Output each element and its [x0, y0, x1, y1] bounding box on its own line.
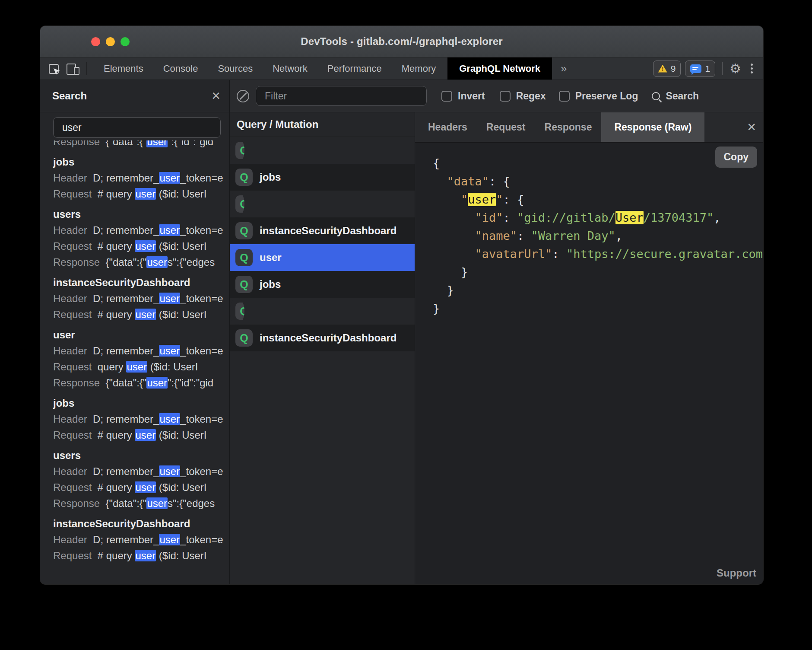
- search-result-row[interactable]: Header D; remember_user_token=e: [53, 463, 229, 479]
- query-list-item[interactable]: Quser: [230, 137, 244, 164]
- screen: DevTools - gitlab.com/-/graphql-explorer…: [0, 0, 812, 650]
- tab-graphql-network[interactable]: GraphQL Network: [447, 57, 552, 80]
- search-result-row[interactable]: Request # query user ($id: UserI: [53, 548, 229, 564]
- tab-headers[interactable]: Headers: [419, 112, 477, 142]
- query-list-item[interactable]: Qusers: [230, 191, 244, 217]
- tab-elements[interactable]: Elements: [94, 57, 153, 80]
- search-result-group-title[interactable]: instanceSecurityDashboard: [53, 516, 229, 532]
- search-result-row[interactable]: Header D; remember_user_token=e: [53, 532, 229, 548]
- query-list-item[interactable]: Qusers: [230, 298, 244, 325]
- query-list-header: Query / Mutation: [230, 112, 415, 137]
- invert-label: Invert: [458, 90, 485, 102]
- search-panel-header: Search ✕: [40, 80, 229, 112]
- search-result-row[interactable]: Header D; remember_user_token=e: [53, 411, 229, 427]
- search-result-row[interactable]: Header D; remember_user_token=e: [53, 170, 229, 186]
- tab-network[interactable]: Network: [263, 57, 317, 80]
- main-area: Search ✕ Response {"data":{"user":{"id":…: [40, 80, 763, 584]
- search-label: Search: [666, 90, 699, 102]
- query-list-item-label: jobs: [260, 171, 281, 183]
- preserve-log-label: Preserve Log: [575, 90, 638, 102]
- tab-performance[interactable]: Performance: [317, 57, 392, 80]
- search-panel-title: Search: [52, 90, 87, 102]
- tab-response-raw[interactable]: Response (Raw): [601, 112, 704, 142]
- tab-request[interactable]: Request: [477, 112, 535, 142]
- search-result-row[interactable]: Response {"data":{"user":{"id":"gid: [53, 375, 229, 391]
- query-type-badge: Q: [235, 142, 244, 159]
- search-result-row[interactable]: Response {"data":{"users":{"edges: [53, 254, 229, 270]
- issues-badge[interactable]: 1: [685, 61, 715, 77]
- regex-option: Regex: [500, 90, 546, 102]
- query-type-badge: Q: [235, 195, 244, 213]
- search-result-row[interactable]: Response {"data":{"user":{"id":"gid: [53, 140, 229, 150]
- query-list-item[interactable]: QinstanceSecurityDashboard: [230, 217, 415, 244]
- minimize-window-button[interactable]: [106, 37, 115, 46]
- query-list: QuserQjobsQusersQinstanceSecurityDashboa…: [230, 137, 415, 351]
- message-icon: [690, 64, 701, 73]
- detail-tabs: HeadersRequestResponse Response (Raw) ✕: [415, 112, 763, 143]
- devtools-window: DevTools - gitlab.com/-/graphql-explorer…: [40, 26, 763, 584]
- search-input[interactable]: [53, 117, 221, 138]
- search-result-row[interactable]: Request # query user ($id: UserI: [53, 427, 229, 443]
- query-type-badge: Q: [235, 329, 253, 347]
- search-result-group-title[interactable]: user: [53, 327, 229, 343]
- warning-icon: !: [658, 65, 667, 73]
- kebab-menu-icon[interactable]: [751, 64, 753, 73]
- search-result-row[interactable]: Header D; remember_user_token=e: [53, 343, 229, 359]
- panels-below-toolbar: Query / Mutation QuserQjobsQusersQinstan…: [230, 112, 763, 584]
- tab-console[interactable]: Console: [153, 57, 208, 80]
- issue-count: 1: [705, 64, 710, 74]
- search-result-group-title[interactable]: jobs: [53, 395, 229, 411]
- search-result-group-title[interactable]: users: [53, 447, 229, 463]
- more-tabs-icon[interactable]: »: [552, 62, 575, 75]
- devtools-tab-bar: ElementsConsoleSourcesNetworkPerformance…: [40, 57, 763, 80]
- search-result-row[interactable]: Request # query user ($id: UserI: [53, 186, 229, 202]
- inspect-element-icon[interactable]: [49, 63, 60, 74]
- filter-input[interactable]: [256, 86, 427, 106]
- status-badges: ! 9 1: [653, 61, 715, 77]
- close-detail-icon[interactable]: ✕: [747, 121, 756, 133]
- close-search-icon[interactable]: ✕: [211, 90, 221, 102]
- search-result-row[interactable]: Request query user ($id: UserI: [53, 359, 229, 375]
- query-list-item[interactable]: QinstanceSecurityDashboard: [230, 325, 415, 351]
- clear-log-icon[interactable]: [237, 90, 249, 102]
- search-result-row[interactable]: Header D; remember_user_token=e: [53, 222, 229, 238]
- zoom-window-button[interactable]: [121, 37, 130, 46]
- regex-label: Regex: [516, 90, 546, 102]
- panel-tabs: ElementsConsoleSourcesNetworkPerformance…: [94, 57, 446, 80]
- regex-checkbox[interactable]: [500, 91, 511, 102]
- search-panel: Search ✕ Response {"data":{"user":{"id":…: [40, 80, 230, 584]
- search-result-row[interactable]: Request # query user ($id: UserI: [53, 479, 229, 495]
- query-list-item[interactable]: Qjobs: [230, 271, 415, 298]
- search-result-row[interactable]: Header D; remember_user_token=e: [53, 290, 229, 306]
- query-list-item[interactable]: Quser: [230, 244, 415, 271]
- close-window-button[interactable]: [91, 37, 100, 46]
- search-icon[interactable]: [652, 92, 660, 100]
- preserve-log-checkbox[interactable]: [559, 91, 570, 102]
- search-result-row[interactable]: Response {"data":{"users":{"edges: [53, 495, 229, 511]
- support-link[interactable]: Support: [717, 567, 756, 579]
- warning-count: 9: [671, 64, 676, 74]
- invert-checkbox[interactable]: [441, 91, 452, 102]
- search-result-group-title[interactable]: users: [53, 206, 229, 222]
- query-type-badge: Q: [235, 249, 253, 266]
- search-result-row[interactable]: Request # query user ($id: UserI: [53, 238, 229, 254]
- badge-divider: [722, 62, 723, 75]
- tab-sources[interactable]: Sources: [208, 57, 263, 80]
- query-list-item-label: user: [260, 252, 282, 264]
- query-type-badge: Q: [235, 169, 253, 186]
- json-body: { "data": { "user": { "id": "gid://gitla…: [433, 154, 763, 584]
- query-list-item[interactable]: Qjobs: [230, 164, 415, 191]
- search-results: Response {"data":{"user":{"id":"gidjobsH…: [40, 140, 229, 584]
- tab-response[interactable]: Response: [535, 112, 602, 142]
- tab-memory[interactable]: Memory: [392, 57, 446, 80]
- warnings-badge[interactable]: ! 9: [653, 61, 681, 77]
- query-type-badge: Q: [235, 222, 253, 239]
- gear-icon[interactable]: ⚙: [730, 62, 741, 75]
- response-raw-view: Copy { "data": { "user": { "id": "gid://…: [415, 143, 763, 584]
- device-toolbar-icon[interactable]: [67, 63, 79, 75]
- toolbar-divider: [86, 62, 87, 75]
- search-result-group-title[interactable]: instanceSecurityDashboard: [53, 274, 229, 290]
- json-line: "avatarUrl": "https://secure.gravatar.co…: [433, 245, 763, 263]
- search-result-row[interactable]: Request # query user ($id: UserI: [53, 306, 229, 322]
- search-result-group-title[interactable]: jobs: [53, 154, 229, 170]
